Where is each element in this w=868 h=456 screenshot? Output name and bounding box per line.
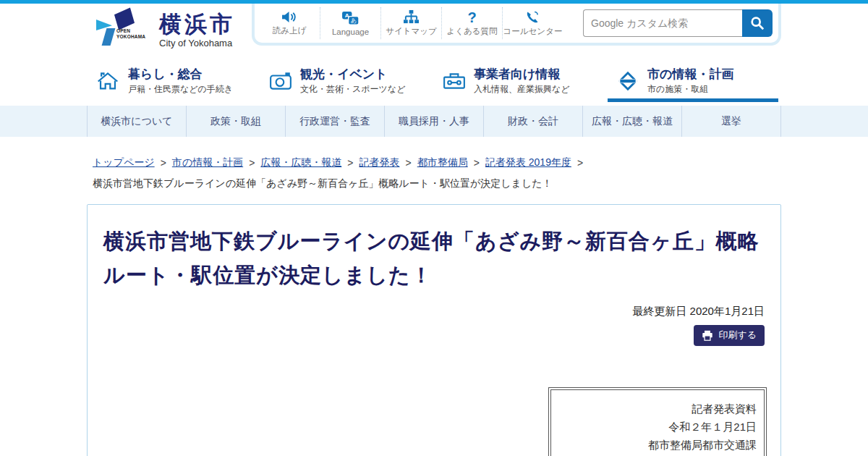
site-title-en: City of Yokohama	[159, 38, 235, 48]
house-icon	[95, 70, 120, 93]
breadcrumb-link-press[interactable]: 記者発表	[359, 156, 400, 169]
press-box-line: 令和２年１月21日	[558, 418, 757, 436]
search-input[interactable]	[583, 9, 742, 37]
breadcrumb-separator: >	[161, 157, 166, 169]
main-nav-title: 暮らし・総合	[128, 67, 233, 82]
breadcrumb: トップページ > 市の情報・計画 > 広報・広聴・報道 > 記者発表 > 都市整…	[87, 137, 781, 190]
logo-shape	[102, 28, 116, 46]
main-nav-subtitle: 戸籍・住民票などの手続き	[128, 83, 233, 96]
main-nav: 暮らし・総合 戸籍・住民票などの手続き 観光・イベント 文化・芸術・スポーツなど	[87, 62, 781, 101]
site-logo[interactable]: OPENYOKOHAMA 横浜市 City of Yokohama	[94, 9, 235, 50]
utility-read-aloud[interactable]: 読み上げ	[259, 7, 320, 39]
question-icon: ?	[467, 10, 476, 25]
main-nav-title: 観光・イベント	[300, 67, 405, 82]
utility-label: Language	[332, 28, 369, 36]
main-nav-city-info[interactable]: 市の情報・計画 市の施策・取組	[608, 62, 781, 101]
article-container: 横浜市営地下鉄ブルーラインの延伸「あざみ野～新百合ヶ丘」概略ルート・駅位置が決定…	[87, 204, 781, 456]
secondary-nav-administration[interactable]: 行政運営・監査	[285, 106, 384, 137]
breadcrumb-separator: >	[474, 157, 480, 169]
breadcrumb-separator: >	[577, 157, 583, 169]
main-nav-subtitle: 入札情報、産業振興など	[474, 83, 570, 96]
camera-icon	[269, 71, 292, 91]
press-release-box: 記者発表資料 令和２年１月21日 都市整備局都市交通課 橋詰勝彦 電話番号：04…	[550, 389, 765, 456]
site-search	[583, 9, 773, 37]
speaker-icon	[281, 10, 299, 24]
main-nav-subtitle: 文化・芸術・スポーツなど	[300, 83, 405, 96]
site-title: 横浜市	[159, 12, 235, 37]
main-nav-title: 市の情報・計画	[647, 67, 733, 82]
language-icon: A あ	[341, 11, 359, 26]
print-button-label: 印刷する	[718, 329, 757, 342]
main-nav-title: 事業者向け情報	[474, 67, 570, 82]
secondary-nav: 横浜市について 政策・取組 行政運営・監査 職員採用・人事 財政・会計 広報・広…	[0, 106, 868, 137]
svg-text:あ: あ	[351, 17, 357, 24]
breadcrumb-separator: >	[406, 157, 412, 169]
page-title: 横浜市営地下鉄ブルーラインの延伸「あざみ野～新百合ヶ丘」概略ルート・駅位置が決定…	[103, 224, 765, 292]
main-nav-subtitle: 市の施策・取組	[647, 83, 733, 96]
magnifier-icon	[750, 16, 765, 30]
main-nav-living[interactable]: 暮らし・総合 戸籍・住民票などの手続き	[87, 62, 260, 101]
secondary-nav-pr[interactable]: 広報・広聴・報道	[582, 106, 681, 137]
main-nav-tourism[interactable]: 観光・イベント 文化・芸術・スポーツなど	[260, 62, 434, 101]
breadcrumb-link-home[interactable]: トップページ	[93, 156, 155, 169]
yokohama-logo-icon: OPENYOKOHAMA	[94, 9, 148, 50]
secondary-nav-policy[interactable]: 政策・取組	[186, 106, 285, 137]
secondary-nav-election[interactable]: 選挙	[681, 106, 781, 137]
utility-sitemap[interactable]: サイトマップ	[380, 7, 441, 39]
logo-shape	[114, 7, 135, 30]
printer-icon	[702, 330, 713, 341]
phone-icon	[525, 9, 540, 25]
breadcrumb-separator: >	[347, 157, 353, 169]
breadcrumb-link-city-info[interactable]: 市の情報・計画	[172, 156, 243, 169]
utility-call-center[interactable]: コールセンター	[502, 7, 563, 39]
print-button[interactable]: 印刷する	[694, 325, 765, 346]
toolbox-icon	[443, 71, 466, 91]
press-box-line: 記者発表資料	[558, 400, 757, 418]
logo-text-block: 横浜市 City of Yokohama	[159, 9, 235, 48]
utility-label: よくある質問	[446, 26, 497, 37]
secondary-nav-finance[interactable]: 財政・会計	[483, 106, 582, 137]
breadcrumb-link-pr[interactable]: 広報・広聴・報道	[260, 156, 341, 169]
press-box-line: 都市整備局都市交通課	[558, 436, 757, 454]
utility-label: サイトマップ	[386, 26, 437, 37]
breadcrumb-current: 横浜市営地下鉄ブルーラインの延伸「あざみ野～新百合ヶ丘」概略ルート・駅位置が決定…	[93, 177, 775, 190]
utility-panel: 読み上げ A あ Language サイトマッ	[252, 4, 781, 46]
secondary-nav-about[interactable]: 横浜市について	[87, 106, 186, 137]
secondary-nav-recruitment[interactable]: 職員採用・人事	[384, 106, 483, 137]
breadcrumb-link-press-2019[interactable]: 記者発表 2019年度	[485, 156, 571, 169]
last-updated: 最終更新日 2020年1月21日	[103, 305, 765, 318]
main-nav-business[interactable]: 事業者向け情報 入札情報、産業振興など	[434, 62, 608, 101]
utility-label: 読み上げ	[273, 25, 307, 36]
breadcrumb-link-bureau[interactable]: 都市整備局	[417, 156, 468, 169]
sitemap-icon	[403, 9, 420, 25]
logo-mark-text: OPENYOKOHAMA	[116, 28, 145, 39]
site-header: OPENYOKOHAMA 横浜市 City of Yokohama 読み上げ	[0, 4, 868, 59]
utility-language[interactable]: A あ Language	[320, 7, 380, 39]
search-button[interactable]	[742, 9, 773, 37]
utility-faq[interactable]: ? よくある質問	[441, 7, 502, 39]
breadcrumb-separator: >	[249, 157, 255, 169]
page: OPENYOKOHAMA 横浜市 City of Yokohama 読み上げ	[0, 0, 868, 456]
utility-label: コールセンター	[503, 26, 563, 37]
diamond-icon	[616, 71, 639, 91]
